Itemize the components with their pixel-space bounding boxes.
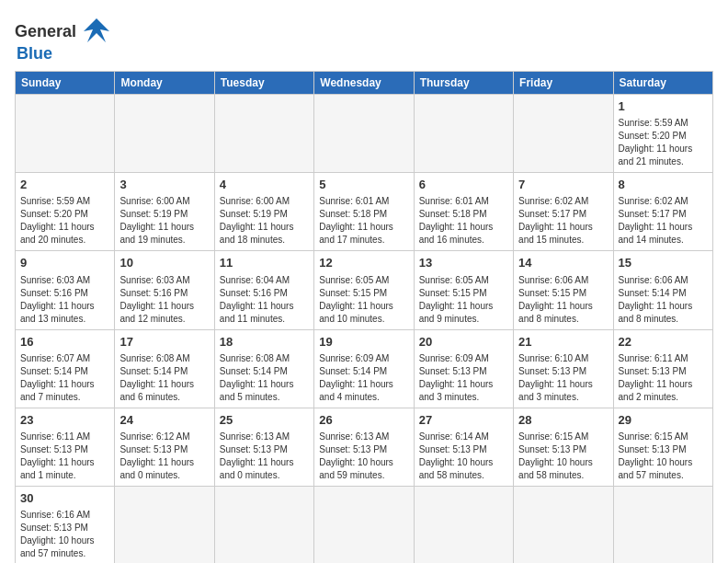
day-info: Sunrise: 6:15 AMSunset: 5:13 PMDaylight:… bbox=[619, 431, 708, 482]
day-info: Sunrise: 6:09 AMSunset: 5:14 PMDaylight:… bbox=[319, 352, 408, 404]
day-number: 8 bbox=[619, 177, 708, 193]
calendar-cell: 3Sunrise: 6:00 AMSunset: 5:19 PMDaylight… bbox=[115, 173, 214, 251]
calendar-cell: 30Sunrise: 6:16 AMSunset: 5:13 PMDayligh… bbox=[16, 486, 115, 563]
calendar-cell: 4Sunrise: 6:00 AMSunset: 5:19 PMDaylight… bbox=[214, 173, 313, 251]
calendar-cell: 20Sunrise: 6:09 AMSunset: 5:13 PMDayligh… bbox=[414, 329, 513, 408]
week-row-4: 16Sunrise: 6:07 AMSunset: 5:14 PMDayligh… bbox=[16, 329, 713, 408]
day-number: 25 bbox=[220, 412, 309, 429]
calendar-cell: 12Sunrise: 6:05 AMSunset: 5:15 PMDayligh… bbox=[314, 251, 414, 329]
day-info: Sunrise: 6:02 AMSunset: 5:17 PMDaylight:… bbox=[619, 195, 708, 247]
day-info: Sunrise: 6:14 AMSunset: 5:13 PMDaylight:… bbox=[419, 431, 508, 482]
day-number: 24 bbox=[119, 412, 209, 429]
day-info: Sunrise: 6:08 AMSunset: 5:14 PMDaylight:… bbox=[220, 352, 309, 404]
calendar-cell: 29Sunrise: 6:15 AMSunset: 5:13 PMDayligh… bbox=[613, 408, 712, 486]
day-info: Sunrise: 6:00 AMSunset: 5:19 PMDaylight:… bbox=[119, 195, 209, 247]
day-number: 11 bbox=[220, 255, 309, 271]
calendar-cell bbox=[115, 95, 214, 173]
day-number: 23 bbox=[20, 412, 109, 429]
day-number: 17 bbox=[119, 334, 209, 350]
calendar-cell: 16Sunrise: 6:07 AMSunset: 5:14 PMDayligh… bbox=[16, 329, 115, 408]
calendar-cell bbox=[115, 486, 214, 563]
day-info: Sunrise: 6:02 AMSunset: 5:17 PMDaylight:… bbox=[518, 195, 608, 247]
weekday-header-wednesday: Wednesday bbox=[314, 72, 414, 95]
day-info: Sunrise: 6:11 AMSunset: 5:13 PMDaylight:… bbox=[20, 431, 109, 482]
calendar-cell bbox=[613, 486, 712, 563]
calendar-cell: 1Sunrise: 5:59 AMSunset: 5:20 PMDaylight… bbox=[613, 95, 712, 173]
day-number: 2 bbox=[20, 177, 109, 193]
day-number: 21 bbox=[518, 334, 608, 350]
week-row-3: 9Sunrise: 6:03 AMSunset: 5:16 PMDaylight… bbox=[16, 251, 713, 329]
day-info: Sunrise: 6:08 AMSunset: 5:14 PMDaylight:… bbox=[119, 352, 209, 404]
week-row-5: 23Sunrise: 6:11 AMSunset: 5:13 PMDayligh… bbox=[16, 408, 713, 486]
day-info: Sunrise: 5:59 AMSunset: 5:20 PMDaylight:… bbox=[619, 117, 708, 168]
week-row-6: 30Sunrise: 6:16 AMSunset: 5:13 PMDayligh… bbox=[16, 486, 713, 563]
calendar-cell: 25Sunrise: 6:13 AMSunset: 5:13 PMDayligh… bbox=[214, 408, 313, 486]
calendar-cell: 11Sunrise: 6:04 AMSunset: 5:16 PMDayligh… bbox=[214, 251, 313, 329]
day-info: Sunrise: 6:03 AMSunset: 5:16 PMDaylight:… bbox=[20, 274, 109, 326]
calendar-cell bbox=[214, 486, 313, 563]
calendar-header: SundayMondayTuesdayWednesdayThursdayFrid… bbox=[16, 72, 713, 95]
page-header: General Blue bbox=[15, 15, 713, 63]
calendar-cell bbox=[514, 95, 613, 173]
day-number: 9 bbox=[20, 255, 109, 271]
day-info: Sunrise: 6:00 AMSunset: 5:19 PMDaylight:… bbox=[220, 195, 309, 247]
calendar-table: SundayMondayTuesdayWednesdayThursdayFrid… bbox=[15, 71, 713, 563]
calendar-cell: 27Sunrise: 6:14 AMSunset: 5:13 PMDayligh… bbox=[414, 408, 513, 486]
calendar-cell: 17Sunrise: 6:08 AMSunset: 5:14 PMDayligh… bbox=[115, 329, 214, 408]
calendar-cell: 14Sunrise: 6:06 AMSunset: 5:15 PMDayligh… bbox=[514, 251, 613, 329]
calendar-cell: 26Sunrise: 6:13 AMSunset: 5:13 PMDayligh… bbox=[314, 408, 414, 486]
calendar-cell: 24Sunrise: 6:12 AMSunset: 5:13 PMDayligh… bbox=[115, 408, 214, 486]
calendar-cell: 23Sunrise: 6:11 AMSunset: 5:13 PMDayligh… bbox=[16, 408, 115, 486]
day-number: 27 bbox=[419, 412, 508, 429]
day-number: 26 bbox=[319, 412, 408, 429]
calendar-cell bbox=[16, 95, 115, 173]
day-number: 30 bbox=[20, 490, 109, 507]
week-row-2: 2Sunrise: 5:59 AMSunset: 5:20 PMDaylight… bbox=[16, 173, 713, 251]
calendar-cell bbox=[514, 486, 613, 563]
weekday-header-thursday: Thursday bbox=[414, 72, 513, 95]
svg-marker-0 bbox=[84, 18, 109, 42]
day-info: Sunrise: 6:06 AMSunset: 5:15 PMDaylight:… bbox=[518, 274, 608, 326]
weekday-header-friday: Friday bbox=[514, 72, 613, 95]
day-number: 7 bbox=[518, 177, 608, 193]
day-info: Sunrise: 6:05 AMSunset: 5:15 PMDaylight:… bbox=[419, 274, 508, 326]
calendar-cell bbox=[214, 95, 313, 173]
day-number: 12 bbox=[319, 255, 408, 271]
calendar-cell: 6Sunrise: 6:01 AMSunset: 5:18 PMDaylight… bbox=[414, 173, 513, 251]
logo-general: General bbox=[15, 22, 76, 40]
day-number: 10 bbox=[119, 255, 209, 271]
day-info: Sunrise: 6:01 AMSunset: 5:18 PMDaylight:… bbox=[319, 195, 408, 247]
calendar-cell bbox=[414, 95, 513, 173]
calendar-cell: 7Sunrise: 6:02 AMSunset: 5:17 PMDaylight… bbox=[514, 173, 613, 251]
day-number: 29 bbox=[619, 412, 708, 429]
logo-bird-icon bbox=[80, 15, 113, 48]
calendar-cell: 18Sunrise: 6:08 AMSunset: 5:14 PMDayligh… bbox=[214, 329, 313, 408]
day-info: Sunrise: 6:15 AMSunset: 5:13 PMDaylight:… bbox=[518, 431, 608, 482]
day-info: Sunrise: 6:06 AMSunset: 5:14 PMDaylight:… bbox=[619, 274, 708, 326]
day-info: Sunrise: 6:11 AMSunset: 5:13 PMDaylight:… bbox=[619, 352, 708, 404]
day-number: 5 bbox=[319, 177, 408, 193]
calendar-cell: 8Sunrise: 6:02 AMSunset: 5:17 PMDaylight… bbox=[613, 173, 712, 251]
day-number: 18 bbox=[220, 334, 309, 350]
day-info: Sunrise: 6:10 AMSunset: 5:13 PMDaylight:… bbox=[518, 352, 608, 404]
week-row-1: 1Sunrise: 5:59 AMSunset: 5:20 PMDaylight… bbox=[16, 95, 713, 173]
day-info: Sunrise: 6:13 AMSunset: 5:13 PMDaylight:… bbox=[319, 431, 408, 482]
calendar-cell: 15Sunrise: 6:06 AMSunset: 5:14 PMDayligh… bbox=[613, 251, 712, 329]
calendar-body: 1Sunrise: 5:59 AMSunset: 5:20 PMDaylight… bbox=[16, 95, 713, 564]
day-number: 16 bbox=[20, 334, 109, 350]
calendar-cell bbox=[314, 95, 414, 173]
weekday-header-monday: Monday bbox=[115, 72, 214, 95]
day-info: Sunrise: 5:59 AMSunset: 5:20 PMDaylight:… bbox=[20, 195, 109, 247]
day-info: Sunrise: 6:12 AMSunset: 5:13 PMDaylight:… bbox=[119, 431, 209, 482]
day-number: 22 bbox=[619, 334, 708, 350]
day-info: Sunrise: 6:07 AMSunset: 5:14 PMDaylight:… bbox=[20, 352, 109, 404]
logo-text-block: General Blue bbox=[15, 15, 113, 63]
day-info: Sunrise: 6:04 AMSunset: 5:16 PMDaylight:… bbox=[220, 274, 309, 326]
weekday-header-saturday: Saturday bbox=[613, 72, 712, 95]
calendar-cell: 21Sunrise: 6:10 AMSunset: 5:13 PMDayligh… bbox=[514, 329, 613, 408]
day-info: Sunrise: 6:03 AMSunset: 5:16 PMDaylight:… bbox=[119, 274, 209, 326]
calendar-cell bbox=[314, 486, 414, 563]
calendar-cell bbox=[414, 486, 513, 563]
calendar-cell: 19Sunrise: 6:09 AMSunset: 5:14 PMDayligh… bbox=[314, 329, 414, 408]
day-number: 13 bbox=[419, 255, 508, 271]
